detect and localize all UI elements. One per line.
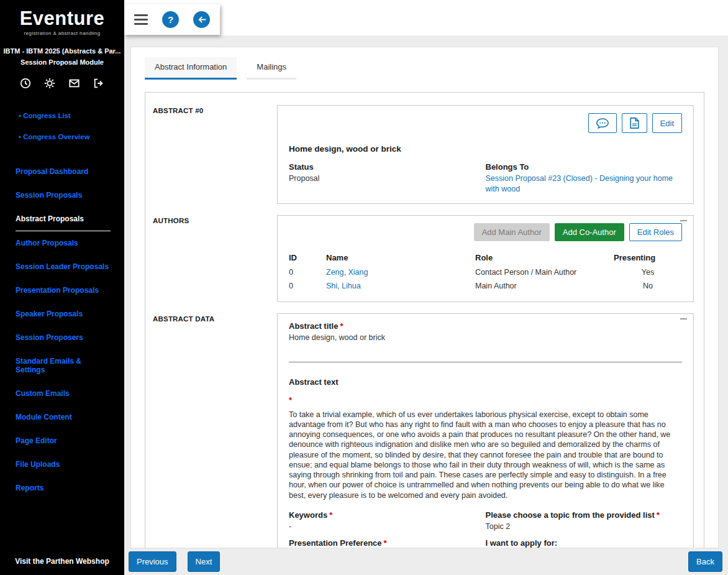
- congress-link-congress-list[interactable]: • Congress List: [0, 105, 124, 126]
- abstract-card: Abstract Information Mailings ABSTRACT #…: [130, 47, 719, 548]
- presentation-preference-label-text: Presentation Preference: [289, 538, 382, 548]
- sidebar-item-standard-emails-settings[interactable]: Standard Emails & Settings: [16, 349, 111, 382]
- presentation-preference-field: Presentation Preference* Poster presenta…: [289, 538, 486, 548]
- keywords-label: Keywords*: [289, 510, 477, 520]
- topic-value: Topic 2: [486, 522, 674, 532]
- sidebar-item-module-content[interactable]: Module Content: [16, 405, 111, 429]
- edit-roles-button[interactable]: Edit Roles: [629, 223, 682, 241]
- authors-section: AUTHORS Add Main Author Add Co-Author Ed…: [153, 215, 694, 302]
- sidebar-item-session-leader-proposals[interactable]: Session Leader Proposals: [16, 255, 111, 278]
- abstract-text-value: To take a trivial example, which of us e…: [289, 410, 682, 500]
- sidebar-item-presentation-proposals[interactable]: Presentation Proposals: [16, 278, 111, 302]
- back-button[interactable]: Back: [688, 551, 722, 572]
- author-role: Contact Person / Main Author: [475, 265, 614, 279]
- add-main-author-button[interactable]: Add Main Author: [474, 223, 550, 241]
- abstract-data-section: ABSTRACT DATA Abstract title* Home desig…: [153, 313, 694, 548]
- abstract-panel: Edit Home design, wood or brick Status P…: [277, 105, 694, 204]
- sidebar-item-page-editor[interactable]: Page Editor: [16, 429, 111, 453]
- comment-button[interactable]: [588, 113, 617, 133]
- main-column: ? Abstract Information Mailings ABSTRACT…: [124, 0, 728, 575]
- abstract-title-input-underline[interactable]: [289, 362, 682, 362]
- logout-icon[interactable]: [93, 78, 104, 89]
- author-row: 0Zeng, XiangContact Person / Main Author…: [289, 265, 682, 279]
- abstract-title-label-text: Abstract title: [289, 321, 338, 331]
- author-name-link[interactable]: Zeng, Xiang: [326, 268, 368, 277]
- sidebar-item-custom-emails[interactable]: Custom Emails: [16, 382, 111, 405]
- topic-label: Please choose a topic from the provided …: [486, 510, 674, 520]
- sidebar-item-abstract-proposals[interactable]: Abstract Proposals: [16, 207, 111, 231]
- author-name-link[interactable]: Shi, Lihua: [326, 282, 361, 290]
- topic-label-text: Please choose a topic from the provided …: [486, 510, 655, 520]
- belongs-to-label: Belongs To: [486, 162, 674, 172]
- sidebar-item-file-uploads[interactable]: File Uploads: [16, 453, 111, 476]
- tab-mailings[interactable]: Mailings: [247, 57, 296, 80]
- abstract-text-required-asterisk: *: [289, 395, 682, 405]
- congress-info: IBTM - IBTM 2025 (Abstracts & Par... Ses…: [0, 45, 124, 68]
- col-header-id: ID: [289, 250, 326, 265]
- congress-link-congress-overview[interactable]: • Congress Overview: [0, 126, 124, 147]
- abstract-text-label-text: Abstract text: [289, 377, 338, 387]
- authors-actions: Add Main Author Add Co-Author Edit Roles: [289, 223, 682, 241]
- sidebar-item-proposal-dashboard[interactable]: Proposal Dashboard: [16, 160, 111, 183]
- bottom-bar: Previous Next Back: [124, 548, 728, 575]
- collapse-icon[interactable]: [680, 318, 687, 320]
- status-label: Status: [289, 162, 477, 172]
- keywords-field: Keywords* -: [289, 510, 486, 532]
- col-header-role: Role: [475, 250, 614, 265]
- menu-icon[interactable]: [134, 11, 148, 28]
- topic-field: Please choose a topic from the provided …: [486, 510, 683, 532]
- previous-button[interactable]: Previous: [129, 551, 176, 572]
- abstract-section: ABSTRACT #0 Edit Home: [153, 105, 694, 204]
- abstract-title-value: Home design, wood or brick: [289, 333, 682, 343]
- sidebar-item-reports[interactable]: Reports: [16, 476, 111, 500]
- comment-icon: [596, 118, 609, 129]
- edit-button[interactable]: Edit: [652, 113, 682, 133]
- author-id: 0: [289, 279, 326, 293]
- tab-abstract-information[interactable]: Abstract Information: [145, 57, 237, 80]
- add-co-author-button[interactable]: Add Co-Author: [555, 223, 624, 241]
- section-label-abstract-data: ABSTRACT DATA: [153, 313, 277, 548]
- abstract-data-panel: Abstract title* Home design, wood or bri…: [277, 313, 694, 548]
- next-button[interactable]: Next: [188, 551, 221, 572]
- sidebar: Eventure registration & abstract handlin…: [0, 0, 124, 575]
- logo-title: Eventure: [0, 7, 124, 30]
- webshop-link[interactable]: Visit the Parthen Webshop: [0, 557, 124, 575]
- author-row: 0Shi, LihuaMain AuthorNo: [289, 279, 682, 293]
- abstract-form: ABSTRACT #0 Edit Home: [145, 92, 704, 548]
- topbar: ?: [124, 0, 728, 35]
- app-logo: Eventure registration & abstract handlin…: [0, 0, 124, 36]
- abstract-data-fields: Keywords* - Please choose a topic from t…: [289, 510, 682, 548]
- required-asterisk: *: [657, 510, 660, 520]
- pdf-button[interactable]: [622, 113, 647, 133]
- help-icon[interactable]: ?: [162, 11, 179, 28]
- app-root: Eventure registration & abstract handlin…: [0, 0, 728, 575]
- sidebar-item-author-proposals[interactable]: Author Proposals: [16, 231, 111, 255]
- required-asterisk: *: [384, 538, 387, 548]
- authors-panel: Add Main Author Add Co-Author Edit Roles…: [277, 215, 694, 302]
- gear-icon[interactable]: [44, 78, 55, 89]
- apply-for-label-text: I want to apply for:: [486, 538, 558, 548]
- section-label-abstract: ABSTRACT #0: [153, 105, 277, 204]
- collapse-icon[interactable]: [680, 220, 687, 221]
- abstract-title: Home design, wood or brick: [289, 144, 682, 154]
- author-presenting: Yes: [614, 265, 682, 279]
- sidebar-menu: Proposal DashboardSession ProposalsAbstr…: [0, 160, 124, 500]
- authors-table: ID Name Role Presenting 0Zeng, XiangCont…: [289, 250, 682, 293]
- congress-name: IBTM - IBTM 2025 (Abstracts & Par...: [0, 45, 124, 57]
- back-icon[interactable]: [193, 11, 210, 28]
- clock-icon[interactable]: [20, 78, 31, 89]
- sidebar-item-speaker-proposals[interactable]: Speaker Proposals: [16, 302, 111, 326]
- sidebar-item-session-proposals[interactable]: Session Proposals: [16, 183, 111, 207]
- author-role: Main Author: [475, 279, 614, 293]
- topbar-iconbox: ?: [124, 4, 220, 35]
- section-label-authors: AUTHORS: [153, 215, 277, 302]
- pdf-icon: [630, 117, 639, 129]
- content-area: Abstract Information Mailings ABSTRACT #…: [124, 35, 728, 548]
- sidebar-item-session-proposers[interactable]: Session Proposers: [16, 326, 111, 349]
- belongs-to-link[interactable]: Session Proposal #23 (Closed) - Designin…: [486, 174, 673, 193]
- apply-for-label: I want to apply for:: [486, 538, 674, 548]
- apply-for-field: I want to apply for: -: [486, 538, 683, 548]
- col-header-presenting: Presenting: [614, 250, 682, 265]
- mail-icon[interactable]: [68, 78, 80, 89]
- presentation-preference-label: Presentation Preference*: [289, 538, 477, 548]
